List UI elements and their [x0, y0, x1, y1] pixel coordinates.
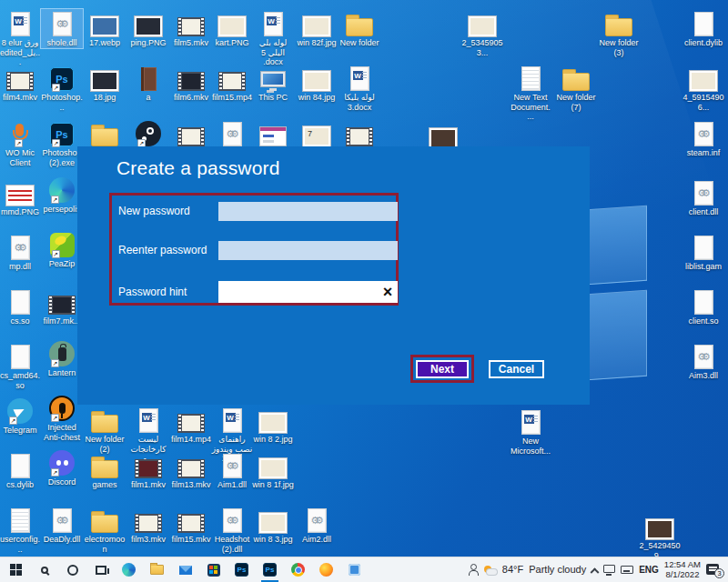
desktop-icon[interactable]: Wلوله بليكا 3.docx: [339, 64, 380, 112]
desktop-icon[interactable]: 2_54294509...: [639, 512, 681, 560]
desktop-icon[interactable]: New folder (7): [555, 64, 597, 112]
desktop-icon[interactable]: games: [84, 451, 126, 490]
desktop-icon[interactable]: ⚙⚙mp.dll: [0, 233, 41, 272]
desktop-icon[interactable]: ping.PNG: [127, 9, 169, 48]
touch-keyboard-icon[interactable]: [621, 566, 633, 574]
desktop-icon[interactable]: win 82f.jpg: [296, 9, 338, 48]
people-icon[interactable]: [469, 564, 479, 576]
desktop-icon-label: steam.inf: [687, 148, 721, 158]
desktop-icon[interactable]: cs.so: [0, 287, 41, 326]
desktop-icon[interactable]: film6.mkv: [170, 64, 212, 103]
desktop-icon[interactable]: win 8 2.jpg: [252, 406, 294, 445]
wallpaper-logo-pane-bottom: [587, 290, 647, 381]
desktop-icon[interactable]: film5.mkv: [170, 9, 212, 48]
cancel-button[interactable]: Cancel: [489, 360, 544, 378]
word-icon: W: [521, 407, 541, 435]
desktop-icon[interactable]: New folder (3): [598, 9, 640, 57]
desktop-icon[interactable]: userconfig...: [0, 506, 41, 554]
desktop-icon[interactable]: W8 elur ورق edited_يل...: [0, 9, 41, 67]
taskbar-blueapp-button[interactable]: [340, 557, 369, 582]
clear-input-icon[interactable]: ×: [379, 283, 397, 301]
taskbar-firefox-button[interactable]: [312, 557, 340, 582]
weather-icon[interactable]: [484, 565, 497, 575]
taskbar-store-button[interactable]: [199, 557, 228, 582]
desktop-icon[interactable]: film4.mkv: [0, 64, 41, 103]
desktop-icon[interactable]: ⚙⚙shole.dll: [41, 9, 83, 48]
desktop-icon[interactable]: ⚙⚙client.dll: [682, 178, 724, 217]
desktop-icon[interactable]: liblist.gam: [682, 233, 724, 272]
taskbar-photoshop2-button[interactable]: Ps: [256, 557, 284, 582]
desktop-icon[interactable]: [252, 119, 294, 146]
desktop-icon[interactable]: This PC: [252, 64, 294, 103]
taskbar-edge-button[interactable]: [115, 557, 143, 582]
desktop-icon[interactable]: film1.mkv: [127, 451, 169, 490]
desktop-icon[interactable]: client.dylib: [682, 9, 724, 48]
desktop-icon[interactable]: [170, 119, 212, 146]
desktop-icon[interactable]: a: [127, 64, 169, 103]
desktop-icon[interactable]: Ps↗Photoshop...: [41, 64, 83, 112]
desktop-icon[interactable]: ↗WO Mic Client: [0, 119, 41, 167]
taskbar-search-button[interactable]: [30, 557, 58, 582]
desktop-icon[interactable]: 18.jpg: [84, 64, 126, 103]
desktop-icon[interactable]: ⚙⚙DeaDly.dll: [41, 506, 83, 545]
desktop-icon[interactable]: cs.dylib: [0, 451, 41, 490]
desktop-icon[interactable]: New folder: [339, 9, 380, 48]
desktop-icon[interactable]: [84, 119, 126, 146]
desktop-icon-label: film15.mkv: [171, 535, 210, 545]
desktop-icon[interactable]: ⚙⚙Aim2.dll: [296, 506, 338, 545]
desktop-icon[interactable]: ⚙⚙steam.inf: [682, 119, 724, 158]
action-center-icon[interactable]: 3: [706, 564, 719, 575]
desktop-icon[interactable]: ⚙⚙Headshot (2).dll: [211, 506, 253, 554]
taskbar-explorer-button[interactable]: [143, 557, 171, 582]
desktop-icon[interactable]: cs_amd64.so: [0, 342, 41, 390]
desktop-icon[interactable]: ↗Discord: [41, 448, 83, 487]
desktop-icon[interactable]: 2_53459053...: [461, 9, 503, 57]
desktop-icon[interactable]: [422, 121, 464, 148]
desktop-icon[interactable]: WNew Microsoft...: [510, 407, 551, 456]
new-password-input[interactable]: [218, 202, 398, 221]
taskbar-photoshop-button[interactable]: Ps: [228, 557, 256, 582]
desktop-icon[interactable]: win 84.jpg: [296, 64, 338, 103]
clock[interactable]: 12:54 AM 8/1/2022: [664, 559, 701, 579]
desktop-icon[interactable]: win 8 1f.jpg: [252, 451, 294, 490]
language-indicator[interactable]: ENG: [639, 565, 659, 575]
desktop-icon[interactable]: Wلوله بلي اليلي 5 .docx: [252, 9, 294, 67]
desktop-icon[interactable]: New Text Document....: [510, 64, 551, 122]
desktop-icon[interactable]: ⚙⚙: [211, 119, 253, 146]
network-icon[interactable]: [603, 565, 615, 573]
taskbar-chrome-button[interactable]: [284, 557, 312, 582]
taskbar-start-button[interactable]: [2, 557, 30, 582]
desktop-icon[interactable]: electromoon: [84, 506, 126, 554]
desktop-icon[interactable]: 17.webp: [84, 9, 126, 48]
password-hint-input[interactable]: [218, 281, 398, 303]
desktop-icon[interactable]: film13.mkv: [170, 451, 212, 490]
desktop-icon[interactable]: New folder (2): [84, 406, 126, 454]
desktop-icon[interactable]: ⚙⚙Aim3.dll: [682, 342, 724, 381]
next-button[interactable]: Next: [416, 360, 469, 378]
weather-condition[interactable]: Partly cloudy: [529, 564, 586, 575]
desktop-icon[interactable]: mmd.PNG: [0, 178, 41, 217]
weather-temperature[interactable]: 84°F: [502, 564, 523, 575]
desktop-icon[interactable]: 4_59154906...: [682, 64, 724, 112]
taskbar-taskview-button[interactable]: [86, 557, 115, 582]
desktop-icon[interactable]: ⚙⚙Aim1.dll: [211, 451, 253, 490]
desktop-icon[interactable]: ↗: [127, 119, 169, 146]
doc-icon: [694, 287, 713, 315]
desktop-icon[interactable]: film14.mp4: [170, 406, 212, 445]
desktop-icon[interactable]: film3.mkv: [127, 506, 169, 545]
reenter-password-input[interactable]: [218, 241, 398, 260]
desktop-icon[interactable]: kart.PNG: [211, 9, 253, 48]
img-brown-icon: [430, 121, 457, 148]
dll-icon: ⚙⚙: [223, 119, 242, 146]
desktop-icon[interactable]: 7: [296, 119, 338, 146]
desktop-icon[interactable]: ↗Telegram: [0, 396, 41, 436]
taskbar-mail-button[interactable]: [171, 557, 199, 582]
shortcut-arrow-icon: ↗: [51, 196, 59, 204]
desktop-icon[interactable]: [339, 119, 380, 146]
desktop-icon[interactable]: film15.mkv: [170, 506, 212, 545]
desktop-icon[interactable]: film15.mp4: [211, 64, 253, 103]
desktop-icon[interactable]: win 8 3.jpg: [252, 506, 294, 545]
show-hidden-icons-chevron[interactable]: [591, 567, 600, 577]
taskbar-cortana-button[interactable]: [58, 557, 86, 582]
desktop-icon[interactable]: client.so: [682, 287, 724, 326]
